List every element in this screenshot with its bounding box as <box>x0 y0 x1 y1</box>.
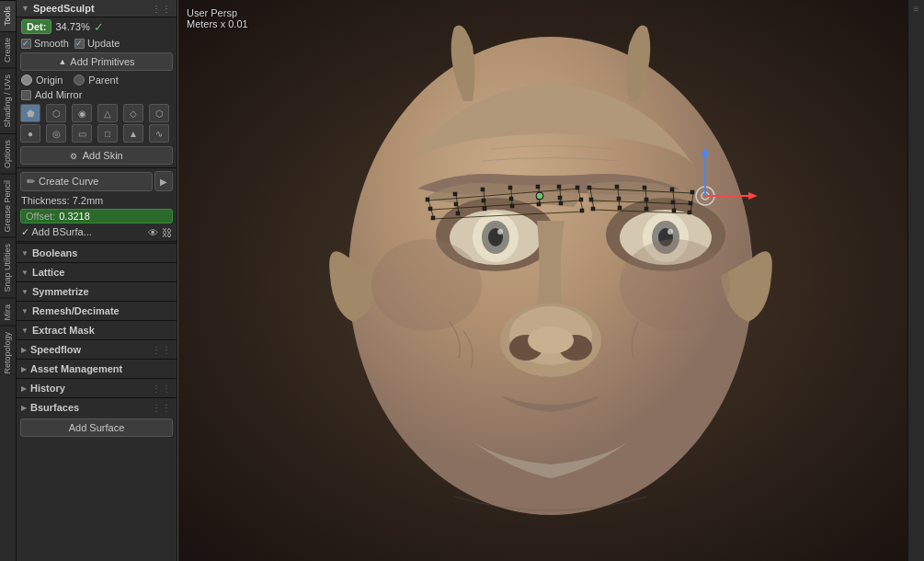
update-checkbox-label[interactable]: Update <box>74 38 120 49</box>
tab-options[interactable]: Options <box>0 133 16 174</box>
remesh-header[interactable]: ▼ Remesh/Decimate <box>17 302 177 320</box>
symmetrize-label: Symmetrize <box>32 286 89 297</box>
speedflow-dots: ⋮⋮ <box>152 345 172 355</box>
add-surface-button[interactable]: Add Surface <box>20 418 173 437</box>
history-header[interactable]: ▶ History ⋮⋮ <box>17 379 177 397</box>
tab-tools[interactable]: Tools <box>0 0 16 31</box>
add-bsurfa-label[interactable]: ✓ Add BSurfa... <box>21 226 92 238</box>
svg-rect-61 <box>587 186 591 189</box>
offset-row: Offset: 0.3218 <box>20 209 173 223</box>
panel-menu-dots[interactable]: ⋮⋮ <box>152 4 172 14</box>
svg-rect-68 <box>645 198 648 201</box>
speedflow-section: ▶ Speedflow ⋮⋮ <box>17 339 177 359</box>
svg-rect-72 <box>618 206 622 210</box>
svg-rect-39 <box>426 198 429 201</box>
icon-cone[interactable]: ▲ <box>123 124 143 143</box>
svg-point-19 <box>371 239 482 331</box>
bsurfaces-header[interactable]: ▶ Bsurfaces ⋮⋮ <box>17 398 177 417</box>
asset-management-header[interactable]: ▶ Asset Management <box>17 360 177 378</box>
link-icon[interactable]: ⛓ <box>162 227 172 238</box>
svg-point-18 <box>528 326 574 354</box>
bsurfaces-label: Bsurfaces <box>30 402 79 413</box>
update-label: Update <box>87 38 120 49</box>
det-checkmark[interactable]: ✓ <box>94 20 104 34</box>
icon-pentagon[interactable]: ⬟ <box>20 104 40 122</box>
tab-create[interactable]: Create <box>0 31 16 68</box>
parent-label: Parent <box>88 74 118 86</box>
extract-mask-header[interactable]: ▼ Extract Mask <box>17 321 177 339</box>
speedflow-arrow: ▶ <box>21 346 27 354</box>
icon-sphere[interactable]: ◉ <box>72 104 92 122</box>
asset-management-label: Asset Management <box>30 363 122 374</box>
origin-label: Origin <box>36 74 63 86</box>
svg-rect-51 <box>558 196 562 200</box>
svg-rect-49 <box>509 197 513 200</box>
update-checkbox[interactable] <box>74 39 85 49</box>
smooth-label: Smooth <box>34 38 69 49</box>
svg-rect-63 <box>643 186 646 189</box>
tab-mira[interactable]: Mira <box>0 298 16 326</box>
icon-wave[interactable]: ∿ <box>149 124 169 143</box>
add-primitives-label: Add Primitives <box>70 56 134 67</box>
add-skin-button[interactable]: ⚙ Add Skin <box>20 146 173 165</box>
svg-rect-48 <box>482 199 485 202</box>
thickness-row: Thickness: 7.2mm <box>17 193 177 208</box>
origin-radio[interactable] <box>21 74 32 86</box>
viewport[interactable]: User Persp Meters x 0.01 <box>177 0 924 561</box>
create-curve-button[interactable]: ✏ Create Curve <box>20 172 153 191</box>
tab-retopology[interactable]: Retopology <box>0 326 16 380</box>
lattice-header[interactable]: ▼ Lattice <box>17 263 177 281</box>
left-panel-tabs: Tools Create Shading / UVs Options Greas… <box>0 0 17 561</box>
speedflow-header[interactable]: ▶ Speedflow ⋮⋮ <box>17 340 177 359</box>
create-curve-label: Create Curve <box>39 176 98 187</box>
svg-rect-52 <box>579 198 583 201</box>
parent-radio[interactable] <box>74 74 85 86</box>
smooth-checkbox[interactable] <box>21 39 31 49</box>
smooth-checkbox-label[interactable]: Smooth <box>21 38 69 49</box>
booleans-header[interactable]: ▼ Booleans <box>17 244 177 262</box>
symmetrize-header[interactable]: ▼ Symmetrize <box>17 282 177 301</box>
svg-rect-46 <box>428 207 432 211</box>
icon-cup[interactable]: ⬡ <box>46 104 66 122</box>
svg-point-20 <box>620 239 730 331</box>
icon-star[interactable]: ⬡ <box>149 104 169 122</box>
icon-diamond[interactable]: ◇ <box>123 104 143 122</box>
icon-cube[interactable]: □ <box>97 124 118 143</box>
eye-icon[interactable]: 👁 <box>148 227 158 238</box>
divider-1 <box>17 167 177 168</box>
tab-shading-uvs[interactable]: Shading / UVs <box>0 68 16 133</box>
create-curve-row: ✏ Create Curve ▶ <box>20 171 173 191</box>
lattice-section: ▼ Lattice <box>17 262 177 281</box>
add-skin-label: Add Skin <box>83 150 123 161</box>
create-curve-extra-btn[interactable]: ▶ <box>154 171 173 191</box>
add-primitives-button[interactable]: ▲ Add Primitives <box>20 52 173 71</box>
tab-snap-utilities[interactable]: Snap Utilities <box>0 237 16 298</box>
svg-point-60 <box>536 192 543 200</box>
svg-rect-74 <box>672 209 676 212</box>
add-mirror-checkbox[interactable] <box>21 90 31 100</box>
svg-rect-59 <box>580 209 584 212</box>
booleans-label: Booleans <box>32 247 78 258</box>
history-label: History <box>30 383 65 394</box>
symmetrize-section: ▼ Symmetrize <box>17 281 177 301</box>
symmetrize-arrow: ▼ <box>21 288 29 296</box>
svg-rect-43 <box>536 185 540 189</box>
svg-rect-47 <box>454 202 458 206</box>
svg-rect-57 <box>537 202 541 206</box>
icon-cylinder[interactable]: ▭ <box>72 124 92 143</box>
svg-rect-71 <box>591 207 595 211</box>
tab-grease-pencil[interactable]: Grease Pencil <box>0 174 16 238</box>
det-value: 34.73% <box>55 21 89 32</box>
offset-label: Offset: <box>26 211 55 222</box>
icon-torus[interactable]: ◎ <box>46 124 66 143</box>
remesh-section: ▼ Remesh/Decimate <box>17 301 177 320</box>
svg-rect-66 <box>589 198 593 201</box>
panel-title: SpeedSculpt <box>33 3 148 14</box>
add-surface-label: Add Surface <box>69 422 125 433</box>
icon-triangle[interactable]: △ <box>97 104 118 122</box>
speed-sculpt-panel: ▼ SpeedSculpt ⋮⋮ Det: 34.73% ✓ Smooth Up… <box>17 0 177 561</box>
primitives-icon-grid: ⬟ ⬡ ◉ △ ◇ ⬡ ● ◎ ▭ □ ▲ ∿ <box>17 102 177 144</box>
svg-rect-75 <box>688 211 691 214</box>
icon-circle-fill[interactable]: ● <box>20 124 40 143</box>
svg-rect-67 <box>617 197 621 200</box>
